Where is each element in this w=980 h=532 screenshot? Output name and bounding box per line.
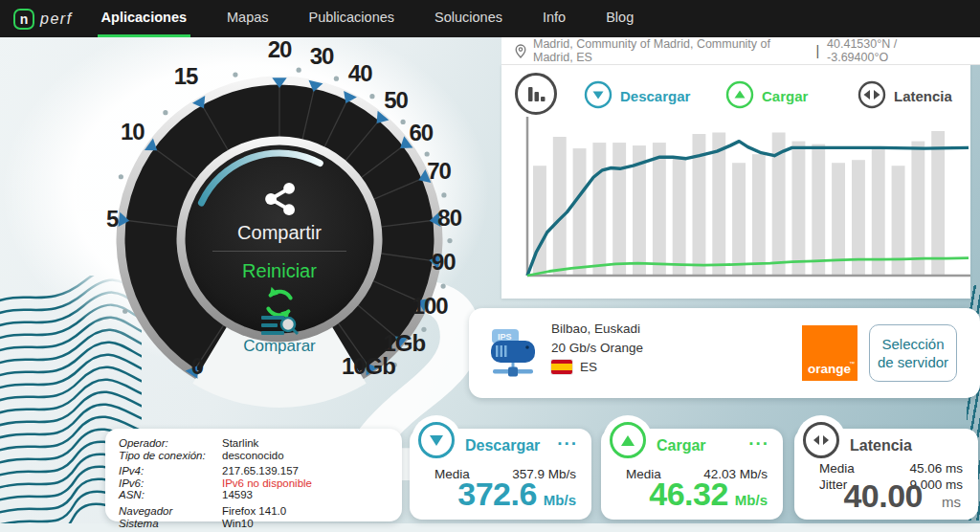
upload-icon bbox=[620, 434, 635, 447]
compare-icon[interactable] bbox=[259, 313, 300, 340]
gauge-scale-label: 60 bbox=[409, 120, 433, 146]
info-value: 14593 bbox=[222, 489, 253, 501]
location-separator: | bbox=[815, 43, 819, 58]
gauge-scale-label: 10Gb bbox=[342, 353, 395, 380]
gauge-scale-label: 80 bbox=[437, 205, 461, 232]
orange-provider-logo: orange ™ bbox=[802, 325, 858, 381]
share-icon[interactable] bbox=[261, 181, 298, 217]
nperf-logo-text: perf bbox=[40, 11, 73, 28]
latency-title: Latencia bbox=[850, 437, 912, 454]
info-value: Win10 bbox=[222, 518, 254, 530]
info-label: Sistema bbox=[119, 518, 222, 530]
location-text: Madrid, Community of Madrid, Community o… bbox=[533, 37, 810, 64]
legend-download-label: Descargar bbox=[620, 88, 690, 104]
server-link: 20 Gb/s Orange bbox=[551, 341, 643, 355]
server-country: ES bbox=[580, 360, 597, 374]
upload-icon bbox=[725, 80, 754, 112]
gauge-scale-label: 0 bbox=[191, 353, 203, 380]
legend-upload-label: Cargar bbox=[762, 88, 808, 104]
server-panel: IPS Bilbao, Euskadi 20 Gb/s Orange ES or… bbox=[469, 308, 980, 398]
connection-info-card: Operador:Starlink Tipo de conexión:desco… bbox=[105, 429, 402, 521]
upload-value: 46.32 bbox=[649, 476, 728, 513]
download-badge bbox=[412, 415, 461, 465]
info-label: IPv4: bbox=[119, 465, 222, 477]
download-result-card: Descargar ... Media 357.9 Mb/s 372.6 Mb/… bbox=[410, 429, 591, 520]
chart-panel: Descargar Cargar Latencia bbox=[501, 65, 970, 299]
location-pin-icon bbox=[515, 44, 526, 58]
server-city: Bilbao, Euskadi bbox=[551, 321, 643, 336]
info-label: IPv6: bbox=[119, 477, 222, 490]
gauge-scale-label: 100 bbox=[412, 293, 448, 320]
nperf-logo[interactable]: n perf bbox=[13, 9, 73, 30]
nperf-logo-icon: n bbox=[13, 9, 34, 30]
gauge-scale-label: 70 bbox=[427, 158, 451, 185]
gauge-scale-label: 90 bbox=[432, 249, 456, 276]
gauge-scale-label: 30 bbox=[310, 43, 334, 70]
upload-result-card: Cargar ... Media 42.03 Mb/s 46.32 Mb/s bbox=[601, 429, 783, 520]
gauge-scale-label: 5 bbox=[106, 206, 118, 233]
latency-icon bbox=[813, 434, 830, 446]
location-bar[interactable]: Madrid, Community of Madrid, Community o… bbox=[501, 37, 980, 65]
nav-item-aplicaciones[interactable]: Aplicaciones bbox=[98, 0, 190, 37]
server-selection-button[interactable]: Selección de servidor bbox=[869, 324, 957, 382]
gauge-divider bbox=[212, 251, 346, 252]
download-icon bbox=[429, 434, 444, 447]
info-label: Tipo de conexión: bbox=[119, 450, 222, 462]
gauge-scale-label: 20 bbox=[268, 36, 292, 63]
latency-value: 40.00 bbox=[843, 477, 923, 515]
upload-title: Cargar bbox=[657, 437, 706, 454]
location-coordinates: 40.41530°N / -3.69400°O bbox=[827, 37, 951, 64]
info-label: Navegador bbox=[119, 505, 222, 518]
legend-latency[interactable]: Latencia bbox=[858, 80, 952, 112]
info-value-ipv6: IPv6 no disponible bbox=[222, 477, 312, 490]
svg-text:IPS: IPS bbox=[498, 332, 512, 342]
download-value: 372.6 bbox=[457, 476, 537, 513]
nav-item-mapas[interactable]: Mapas bbox=[223, 0, 273, 37]
latency-unit: ms bbox=[942, 494, 961, 510]
latency-media-value: 45.06 ms bbox=[909, 461, 963, 476]
info-label: ASN: bbox=[119, 489, 222, 501]
nav-item-publicaciones[interactable]: Publicaciones bbox=[305, 0, 398, 37]
latency-media-label: Media bbox=[819, 461, 855, 476]
upload-badge bbox=[603, 415, 653, 465]
speed-chart bbox=[501, 113, 970, 299]
gauge-scale-label: 10 bbox=[121, 119, 145, 145]
info-value: Firefox 141.0 bbox=[222, 505, 286, 518]
server-icon: IPS bbox=[488, 327, 542, 383]
chart-icon[interactable] bbox=[515, 73, 557, 115]
upload-menu-button[interactable]: ... bbox=[748, 429, 769, 450]
info-label: Operador: bbox=[119, 437, 222, 450]
info-value: Starlink bbox=[222, 437, 258, 450]
top-nav: n perf Aplicaciones Mapas Publicaciones … bbox=[0, 0, 980, 37]
download-menu-button[interactable]: ... bbox=[557, 429, 578, 450]
nav-item-soluciones[interactable]: Soluciones bbox=[431, 0, 506, 37]
share-button[interactable]: Compartir bbox=[184, 222, 375, 244]
info-value: 217.65.139.157 bbox=[222, 465, 299, 477]
download-title: Descargar bbox=[465, 437, 540, 454]
download-unit: Mb/s bbox=[544, 492, 576, 508]
speed-gauge: Compartir Reiniciar Comparar 05101520304… bbox=[78, 33, 480, 445]
gauge-scale-label: 50 bbox=[384, 87, 408, 114]
latency-icon bbox=[858, 80, 886, 112]
legend-download[interactable]: Descargar bbox=[584, 80, 690, 112]
nav-item-blog[interactable]: Blog bbox=[602, 0, 637, 37]
upload-unit: Mb/s bbox=[735, 492, 768, 508]
legend-latency-label: Latencia bbox=[894, 88, 952, 104]
gauge-scale-label: 15 bbox=[174, 63, 198, 90]
spain-flag-icon bbox=[551, 360, 572, 374]
legend-upload[interactable]: Cargar bbox=[725, 80, 808, 112]
latency-badge bbox=[796, 415, 846, 465]
nav-item-info[interactable]: Info bbox=[539, 0, 569, 37]
latency-result-card: Latencia Media 45.06 ms Jitter 9.000 ms … bbox=[794, 429, 978, 520]
info-value: desconocido bbox=[222, 450, 284, 462]
download-icon bbox=[584, 80, 612, 112]
restart-button[interactable]: Reiniciar bbox=[184, 260, 375, 282]
gauge-scale-label: 40 bbox=[348, 60, 372, 87]
